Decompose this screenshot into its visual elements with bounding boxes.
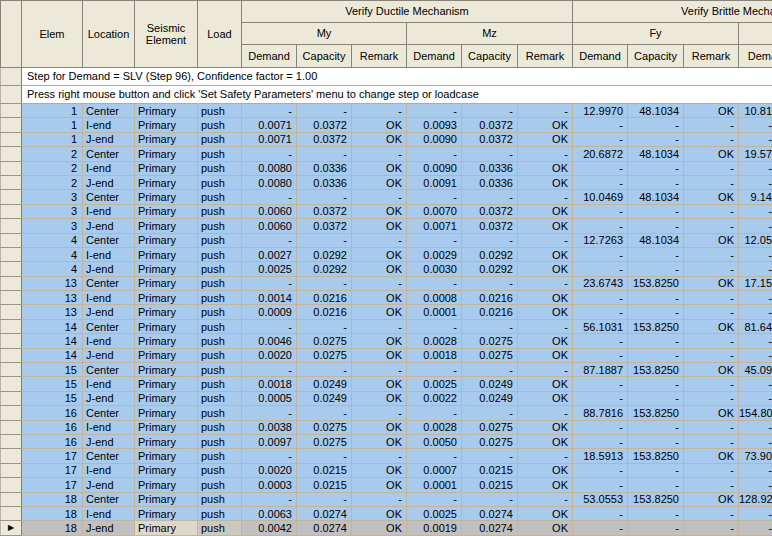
cell-next-demand[interactable]: -	[739, 305, 772, 319]
cell-fy-capacity[interactable]: 153.8250	[628, 319, 684, 333]
row-selector-cell[interactable]	[1, 276, 22, 290]
cell-location[interactable]: Center	[83, 363, 135, 377]
cell-my-remark[interactable]: -	[352, 147, 407, 161]
table-row[interactable]: 4 J-end Primary push 0.0025 0.0292 OK 0.…	[1, 262, 772, 276]
cell-mz-capacity[interactable]: 0.0372	[462, 132, 518, 146]
cell-mz-demand[interactable]: 0.0001	[407, 305, 462, 319]
cell-mz-demand[interactable]: -	[407, 406, 462, 420]
cell-my-remark[interactable]: -	[352, 276, 407, 290]
cell-fy-remark[interactable]: -	[684, 204, 739, 218]
cell-my-capacity[interactable]: -	[297, 233, 352, 247]
cell-my-demand[interactable]: -	[242, 104, 297, 118]
row-selector-cell[interactable]	[1, 406, 22, 420]
cell-my-remark[interactable]: OK	[352, 305, 407, 319]
cell-location[interactable]: I-end	[83, 463, 135, 477]
cell-my-capacity[interactable]: 0.0372	[297, 118, 352, 132]
table-row[interactable]: 4 Center Primary push - - - - - - 12.726…	[1, 233, 772, 247]
cell-my-remark[interactable]: OK	[352, 175, 407, 189]
cell-mz-demand[interactable]: -	[407, 147, 462, 161]
row-selector-cell[interactable]	[1, 391, 22, 405]
cell-seismic-element[interactable]: Primary	[135, 377, 198, 391]
cell-location[interactable]: Center	[83, 104, 135, 118]
cell-elem[interactable]: 4	[22, 247, 83, 261]
cell-my-capacity[interactable]: 0.0336	[297, 161, 352, 175]
cell-my-remark[interactable]: OK	[352, 132, 407, 146]
cell-location[interactable]: I-end	[83, 334, 135, 348]
cell-seismic-element[interactable]: Primary	[135, 233, 198, 247]
cell-elem[interactable]: 13	[22, 291, 83, 305]
table-row[interactable]: 13 J-end Primary push 0.0009 0.0216 OK 0…	[1, 305, 772, 319]
cell-load[interactable]: push	[198, 204, 242, 218]
cell-load[interactable]: push	[198, 492, 242, 506]
cell-my-demand[interactable]: -	[242, 147, 297, 161]
cell-mz-remark[interactable]: OK	[518, 377, 573, 391]
cell-mz-remark[interactable]: -	[518, 276, 573, 290]
cell-mz-remark[interactable]: -	[518, 319, 573, 333]
cell-mz-capacity[interactable]: 0.0372	[462, 118, 518, 132]
cell-my-remark[interactable]: OK	[352, 348, 407, 362]
row-selector-cell[interactable]	[1, 204, 22, 218]
cell-seismic-element[interactable]: Primary	[135, 175, 198, 189]
cell-fy-demand[interactable]: 56.1031	[573, 319, 628, 333]
table-row[interactable]: 16 J-end Primary push 0.0097 0.0275 OK 0…	[1, 434, 772, 448]
cell-mz-capacity[interactable]: 0.0274	[462, 521, 518, 535]
cell-seismic-element[interactable]: Primary	[135, 478, 198, 492]
cell-load[interactable]: push	[198, 276, 242, 290]
cell-fy-capacity[interactable]: -	[628, 463, 684, 477]
cell-mz-capacity[interactable]: -	[462, 406, 518, 420]
cell-my-demand[interactable]: 0.0060	[242, 204, 297, 218]
cell-seismic-element[interactable]: Primary	[135, 420, 198, 434]
row-selector-cell[interactable]	[1, 219, 22, 233]
cell-fy-capacity[interactable]: -	[628, 175, 684, 189]
cell-seismic-element[interactable]: Primary	[135, 190, 198, 204]
row-selector-cell[interactable]	[1, 363, 22, 377]
cell-seismic-element[interactable]: Primary	[135, 334, 198, 348]
cell-fy-capacity[interactable]: 48.1034	[628, 147, 684, 161]
cell-fy-capacity[interactable]: -	[628, 478, 684, 492]
cell-location[interactable]: J-end	[83, 434, 135, 448]
table-row[interactable]: 17 J-end Primary push 0.0003 0.0215 OK 0…	[1, 478, 772, 492]
cell-location[interactable]: Center	[83, 147, 135, 161]
cell-my-capacity[interactable]: -	[297, 190, 352, 204]
cell-location[interactable]: I-end	[83, 247, 135, 261]
cell-elem[interactable]: 4	[22, 233, 83, 247]
cell-fy-capacity[interactable]: 48.1034	[628, 233, 684, 247]
cell-fy-demand[interactable]: 23.6743	[573, 276, 628, 290]
cell-mz-capacity[interactable]: -	[462, 104, 518, 118]
cell-fy-remark[interactable]: OK	[684, 319, 739, 333]
cell-mz-remark[interactable]: OK	[518, 262, 573, 276]
cell-location[interactable]: J-end	[83, 391, 135, 405]
cell-my-capacity[interactable]: -	[297, 406, 352, 420]
cell-mz-capacity[interactable]: 0.0249	[462, 391, 518, 405]
cell-elem[interactable]: 14	[22, 319, 83, 333]
cell-my-remark[interactable]: -	[352, 319, 407, 333]
row-selector-cell[interactable]	[1, 147, 22, 161]
cell-my-remark[interactable]: OK	[352, 219, 407, 233]
cell-load[interactable]: push	[198, 262, 242, 276]
cell-fy-demand[interactable]: -	[573, 219, 628, 233]
row-selector-cell[interactable]	[1, 104, 22, 118]
cell-my-capacity[interactable]: 0.0275	[297, 420, 352, 434]
cell-load[interactable]: push	[198, 363, 242, 377]
cell-location[interactable]: Center	[83, 449, 135, 463]
cell-next-demand[interactable]: -	[739, 247, 772, 261]
cell-my-demand[interactable]: 0.0071	[242, 118, 297, 132]
cell-my-demand[interactable]: -	[242, 492, 297, 506]
cell-fy-capacity[interactable]: -	[628, 391, 684, 405]
cell-mz-remark[interactable]: OK	[518, 247, 573, 261]
cell-mz-demand[interactable]: -	[407, 319, 462, 333]
cell-elem[interactable]: 1	[22, 118, 83, 132]
cell-fy-capacity[interactable]: -	[628, 118, 684, 132]
cell-my-capacity[interactable]: 0.0274	[297, 521, 352, 535]
cell-next-demand[interactable]: -	[739, 506, 772, 520]
cell-mz-demand[interactable]: -	[407, 492, 462, 506]
cell-my-demand[interactable]: 0.0014	[242, 291, 297, 305]
cell-my-capacity[interactable]: 0.0275	[297, 434, 352, 448]
cell-my-remark[interactable]: OK	[352, 204, 407, 218]
cell-fy-remark[interactable]: -	[684, 434, 739, 448]
cell-load[interactable]: push	[198, 377, 242, 391]
cell-fy-demand[interactable]: 53.0553	[573, 492, 628, 506]
cell-next-demand[interactable]: 12.05	[739, 233, 772, 247]
cell-load[interactable]: push	[198, 391, 242, 405]
cell-location[interactable]: I-end	[83, 377, 135, 391]
